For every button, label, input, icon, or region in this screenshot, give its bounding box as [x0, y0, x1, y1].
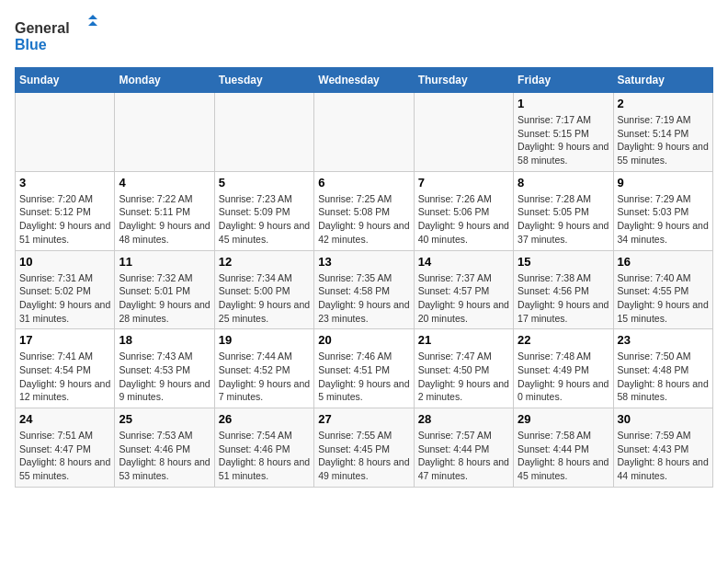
- calendar-table: SundayMondayTuesdayWednesdayThursdayFrid…: [15, 67, 713, 488]
- day-cell: [214, 93, 313, 172]
- day-info: Sunrise: 7:29 AM Sunset: 5:03 PM Dayligh…: [618, 192, 709, 247]
- day-cell: [414, 93, 513, 172]
- day-cell: 7Sunrise: 7:26 AM Sunset: 5:06 PM Daylig…: [414, 171, 513, 250]
- weekday-header-thursday: Thursday: [414, 68, 513, 93]
- day-cell: 11Sunrise: 7:32 AM Sunset: 5:01 PM Dayli…: [115, 250, 214, 329]
- logo: General Blue: [15, 15, 97, 56]
- week-row-5: 24Sunrise: 7:51 AM Sunset: 4:47 PM Dayli…: [16, 408, 713, 488]
- day-number: 30: [618, 412, 709, 426]
- day-cell: 16Sunrise: 7:40 AM Sunset: 4:55 PM Dayli…: [613, 250, 712, 329]
- weekday-header-friday: Friday: [514, 68, 613, 93]
- day-info: Sunrise: 7:19 AM Sunset: 5:14 PM Dayligh…: [618, 113, 709, 167]
- svg-text:General: General: [15, 20, 70, 36]
- week-row-4: 17Sunrise: 7:41 AM Sunset: 4:54 PM Dayli…: [16, 329, 713, 408]
- day-info: Sunrise: 7:28 AM Sunset: 5:05 PM Dayligh…: [518, 192, 609, 247]
- day-info: Sunrise: 7:35 AM Sunset: 4:58 PM Dayligh…: [318, 271, 409, 326]
- day-info: Sunrise: 7:40 AM Sunset: 4:55 PM Dayligh…: [618, 271, 709, 326]
- day-info: Sunrise: 7:47 AM Sunset: 4:50 PM Dayligh…: [418, 350, 509, 404]
- day-number: 7: [418, 176, 509, 190]
- day-cell: 23Sunrise: 7:50 AM Sunset: 4:48 PM Dayli…: [613, 329, 712, 408]
- day-info: Sunrise: 7:54 AM Sunset: 4:46 PM Dayligh…: [219, 429, 310, 483]
- day-cell: 17Sunrise: 7:41 AM Sunset: 4:54 PM Dayli…: [16, 329, 115, 408]
- day-number: 10: [19, 255, 110, 269]
- day-number: 21: [418, 333, 509, 347]
- day-number: 25: [119, 412, 210, 426]
- day-info: Sunrise: 7:31 AM Sunset: 5:02 PM Dayligh…: [19, 271, 110, 326]
- day-info: Sunrise: 7:37 AM Sunset: 4:57 PM Dayligh…: [418, 271, 509, 326]
- day-number: 11: [119, 255, 210, 269]
- day-number: 20: [318, 333, 409, 347]
- day-number: 5: [219, 176, 310, 190]
- day-cell: 24Sunrise: 7:51 AM Sunset: 4:47 PM Dayli…: [16, 408, 115, 488]
- weekday-header-monday: Monday: [115, 68, 214, 93]
- day-info: Sunrise: 7:43 AM Sunset: 4:53 PM Dayligh…: [119, 350, 210, 404]
- day-number: 18: [119, 333, 210, 347]
- week-row-1: 1Sunrise: 7:17 AM Sunset: 5:15 PM Daylig…: [16, 93, 713, 172]
- weekday-header-row: SundayMondayTuesdayWednesdayThursdayFrid…: [16, 68, 713, 93]
- day-number: 22: [518, 333, 609, 347]
- day-info: Sunrise: 7:46 AM Sunset: 4:51 PM Dayligh…: [318, 350, 409, 404]
- svg-marker-2: [88, 15, 97, 19]
- day-cell: 12Sunrise: 7:34 AM Sunset: 5:00 PM Dayli…: [214, 250, 313, 329]
- day-info: Sunrise: 7:58 AM Sunset: 4:44 PM Dayligh…: [518, 429, 609, 483]
- week-row-2: 3Sunrise: 7:20 AM Sunset: 5:12 PM Daylig…: [16, 171, 713, 250]
- day-number: 17: [19, 333, 110, 347]
- day-info: Sunrise: 7:23 AM Sunset: 5:09 PM Dayligh…: [219, 192, 310, 247]
- day-cell: 10Sunrise: 7:31 AM Sunset: 5:02 PM Dayli…: [16, 250, 115, 329]
- day-cell: 9Sunrise: 7:29 AM Sunset: 5:03 PM Daylig…: [613, 171, 712, 250]
- day-number: 24: [19, 412, 110, 426]
- day-info: Sunrise: 7:48 AM Sunset: 4:49 PM Dayligh…: [518, 350, 609, 404]
- day-cell: 26Sunrise: 7:54 AM Sunset: 4:46 PM Dayli…: [214, 408, 313, 488]
- day-info: Sunrise: 7:59 AM Sunset: 4:43 PM Dayligh…: [618, 429, 709, 483]
- day-info: Sunrise: 7:50 AM Sunset: 4:48 PM Dayligh…: [618, 350, 709, 404]
- day-cell: 22Sunrise: 7:48 AM Sunset: 4:49 PM Dayli…: [514, 329, 613, 408]
- day-cell: 18Sunrise: 7:43 AM Sunset: 4:53 PM Dayli…: [115, 329, 214, 408]
- day-cell: 27Sunrise: 7:55 AM Sunset: 4:45 PM Dayli…: [314, 408, 414, 488]
- day-info: Sunrise: 7:55 AM Sunset: 4:45 PM Dayligh…: [318, 429, 409, 483]
- day-number: 16: [618, 255, 709, 269]
- day-number: 28: [418, 412, 509, 426]
- day-cell: 20Sunrise: 7:46 AM Sunset: 4:51 PM Dayli…: [314, 329, 414, 408]
- day-info: Sunrise: 7:44 AM Sunset: 4:52 PM Dayligh…: [219, 350, 310, 404]
- day-number: 13: [318, 255, 409, 269]
- day-cell: 28Sunrise: 7:57 AM Sunset: 4:44 PM Dayli…: [414, 408, 513, 488]
- day-cell: 4Sunrise: 7:22 AM Sunset: 5:11 PM Daylig…: [115, 171, 214, 250]
- svg-marker-3: [88, 21, 97, 26]
- week-row-3: 10Sunrise: 7:31 AM Sunset: 5:02 PM Dayli…: [16, 250, 713, 329]
- day-cell: 13Sunrise: 7:35 AM Sunset: 4:58 PM Dayli…: [314, 250, 414, 329]
- weekday-header-tuesday: Tuesday: [214, 68, 313, 93]
- day-number: 2: [618, 97, 709, 110]
- day-info: Sunrise: 7:17 AM Sunset: 5:15 PM Dayligh…: [518, 113, 609, 167]
- svg-text:Blue: Blue: [15, 37, 47, 52]
- day-info: Sunrise: 7:26 AM Sunset: 5:06 PM Dayligh…: [418, 192, 509, 247]
- weekday-header-sunday: Sunday: [16, 68, 115, 93]
- day-number: 23: [618, 333, 709, 347]
- day-cell: 5Sunrise: 7:23 AM Sunset: 5:09 PM Daylig…: [214, 171, 313, 250]
- day-number: 26: [219, 412, 310, 426]
- day-number: 3: [19, 176, 110, 190]
- day-info: Sunrise: 7:22 AM Sunset: 5:11 PM Dayligh…: [119, 192, 210, 247]
- day-number: 1: [518, 97, 609, 110]
- day-cell: 3Sunrise: 7:20 AM Sunset: 5:12 PM Daylig…: [16, 171, 115, 250]
- day-info: Sunrise: 7:20 AM Sunset: 5:12 PM Dayligh…: [19, 192, 110, 247]
- day-number: 12: [219, 255, 310, 269]
- header: General Blue: [15, 15, 713, 56]
- day-cell: 21Sunrise: 7:47 AM Sunset: 4:50 PM Dayli…: [414, 329, 513, 408]
- day-cell: 30Sunrise: 7:59 AM Sunset: 4:43 PM Dayli…: [613, 408, 712, 488]
- day-number: 8: [518, 176, 609, 190]
- day-cell: 29Sunrise: 7:58 AM Sunset: 4:44 PM Dayli…: [514, 408, 613, 488]
- day-cell: 6Sunrise: 7:25 AM Sunset: 5:08 PM Daylig…: [314, 171, 414, 250]
- day-cell: 8Sunrise: 7:28 AM Sunset: 5:05 PM Daylig…: [514, 171, 613, 250]
- day-number: 29: [518, 412, 609, 426]
- weekday-header-wednesday: Wednesday: [314, 68, 414, 93]
- day-info: Sunrise: 7:25 AM Sunset: 5:08 PM Dayligh…: [318, 192, 409, 247]
- day-cell: [314, 93, 414, 172]
- weekday-header-saturday: Saturday: [613, 68, 712, 93]
- day-number: 6: [318, 176, 409, 190]
- day-number: 19: [219, 333, 310, 347]
- day-number: 15: [518, 255, 609, 269]
- day-number: 14: [418, 255, 509, 269]
- logo-svg: General Blue: [15, 15, 97, 56]
- day-cell: 14Sunrise: 7:37 AM Sunset: 4:57 PM Dayli…: [414, 250, 513, 329]
- day-cell: 2Sunrise: 7:19 AM Sunset: 5:14 PM Daylig…: [613, 93, 712, 172]
